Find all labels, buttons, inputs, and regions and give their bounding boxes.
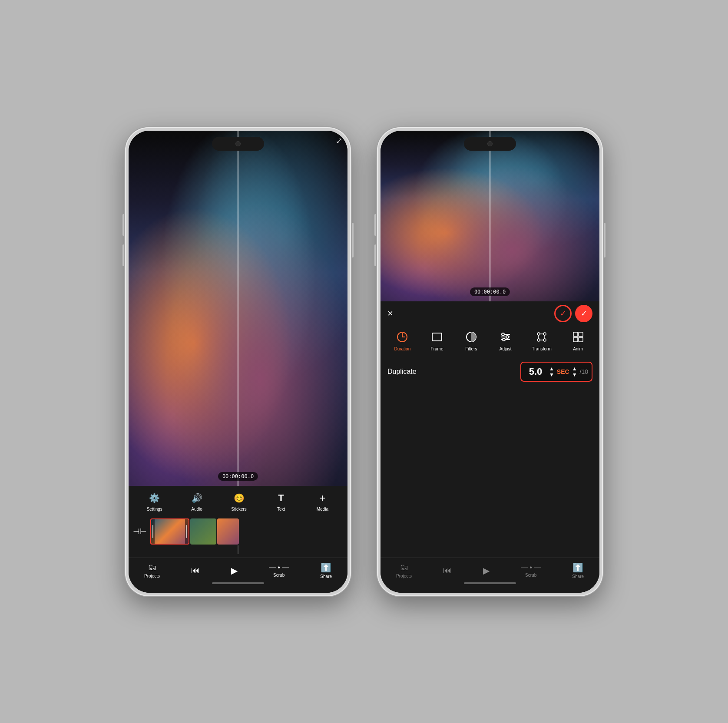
settings-icon: ⚙️: [148, 491, 162, 505]
check-outline-button[interactable]: ✓: [554, 305, 572, 322]
transform-icon: [534, 329, 549, 345]
expand-icon[interactable]: ⤢: [336, 136, 342, 145]
svg-point-13: [537, 339, 540, 341]
notch: [212, 137, 264, 151]
projects-icon: 🗂: [148, 562, 156, 572]
volume-up-button[interactable]: [122, 214, 124, 236]
toolbar-audio[interactable]: 🔊 Audio: [190, 491, 204, 512]
clip-2[interactable]: [190, 518, 216, 545]
stickers-icon: 😊: [232, 491, 246, 505]
svg-rect-19: [573, 332, 578, 337]
option-duration[interactable]: Duration: [394, 329, 410, 351]
option-transform[interactable]: Transform: [532, 329, 552, 351]
check-buttons: ✓ ✓: [554, 305, 592, 322]
camera-dot-2: [487, 141, 493, 146]
text-icon: T: [274, 491, 288, 505]
toolbar: ⚙️ Settings 🔊 Audio 😊 Stickers T Text: [129, 486, 347, 515]
check-outline-icon: ✓: [560, 309, 566, 318]
svg-point-14: [543, 339, 546, 341]
share-icon: ⬆️: [321, 562, 331, 573]
option-filters[interactable]: Filters: [463, 329, 479, 351]
media-add-icon: +: [315, 491, 329, 505]
rewind-icon-2: ⏮: [443, 565, 452, 575]
volume-up-button-2[interactable]: [374, 214, 376, 236]
playhead-bar: [238, 131, 239, 486]
tenth-up-arrow[interactable]: ▲: [572, 366, 577, 371]
duration-secondary-unit: /10: [580, 368, 588, 375]
toolbar-media[interactable]: + Media: [315, 491, 329, 512]
duplicate-label: Duplicate: [387, 368, 513, 376]
volume-down-button[interactable]: [122, 244, 124, 266]
svg-rect-21: [573, 337, 578, 342]
nav-projects[interactable]: 🗂 Projects: [144, 562, 160, 578]
nav-play-2[interactable]: ▶: [483, 565, 490, 576]
clip-handle-left[interactable]: [151, 519, 155, 544]
home-indicator: [212, 582, 264, 584]
playhead-bar-2: [490, 131, 491, 301]
duration-sec-unit: SEC: [557, 368, 569, 375]
scrub-icon: — • —: [269, 564, 289, 571]
scrub-icon-2: — • —: [521, 564, 541, 571]
nav-play[interactable]: ▶: [231, 565, 238, 576]
clips-row: [150, 518, 343, 545]
nav-scrub-2[interactable]: — • — Scrub: [521, 564, 541, 578]
timeline-section: ⊣⊢: [129, 515, 347, 558]
svg-point-11: [537, 333, 540, 335]
clip-handle-right[interactable]: [185, 519, 189, 544]
check-filled-button[interactable]: ✓: [575, 305, 592, 322]
panel-header: × ✓ ✓: [381, 301, 599, 326]
power-button-2[interactable]: [604, 223, 606, 258]
adjust-icon: [498, 329, 513, 345]
video-preview: ⤢ 00:00:00.0: [129, 131, 347, 486]
needle-line: [238, 545, 238, 554]
sec-down-arrow[interactable]: ▼: [549, 372, 554, 377]
option-adjust[interactable]: Adjust: [498, 329, 513, 351]
nav-share[interactable]: ⬆️ Share: [320, 562, 332, 579]
home-indicator-2: [464, 582, 516, 584]
svg-rect-20: [579, 332, 583, 337]
nav-share-2[interactable]: ⬆️ Share: [572, 562, 584, 579]
options-row: Duration Frame: [381, 326, 599, 357]
projects-icon-2: 🗂: [400, 562, 408, 572]
close-button[interactable]: ×: [387, 308, 393, 319]
toolbar-settings[interactable]: ⚙️ Settings: [147, 491, 162, 512]
volume-down-button-2[interactable]: [374, 244, 376, 266]
filters-icon: [463, 329, 479, 345]
duration-value[interactable]: 5.0: [525, 366, 546, 377]
camera-dot: [235, 141, 241, 146]
tenth-arrows: ▲ ▼: [572, 366, 577, 377]
scene: ⤢ 00:00:00.0 ⚙️ Settings 🔊 Audio 😊: [0, 0, 728, 723]
nav-projects-2[interactable]: 🗂 Projects: [396, 562, 412, 578]
clip-1[interactable]: [150, 518, 189, 545]
nav-scrub[interactable]: — • — Scrub: [269, 564, 289, 578]
svg-point-12: [543, 333, 546, 335]
anim-icon: [570, 329, 586, 345]
check-filled-icon: ✓: [581, 309, 587, 318]
tenth-down-arrow[interactable]: ▼: [572, 372, 577, 377]
bottom-nav-2: 🗂 Projects ⏮ ▶ — • — Scrub ⬆️: [381, 558, 599, 593]
nav-rewind[interactable]: ⏮: [191, 565, 200, 575]
share-icon-2: ⬆️: [572, 562, 583, 573]
svg-point-8: [502, 333, 504, 336]
option-anim[interactable]: Anim: [570, 329, 586, 351]
timecode: 00:00:00.0: [218, 472, 258, 481]
frame-icon: [429, 329, 445, 345]
audio-icon: 🔊: [190, 491, 204, 505]
duration-control: Duplicate 5.0 ▲ ▼ SEC ▲ ▼ /10: [381, 357, 599, 387]
toolbar-text[interactable]: T Text: [274, 491, 288, 512]
timecode-2: 00:00:00.0: [470, 287, 510, 296]
duration-icon: [394, 329, 410, 345]
rewind-icon: ⏮: [191, 565, 200, 575]
option-frame[interactable]: Frame: [429, 329, 445, 351]
timeline-collapse-icon[interactable]: ⊣⊢: [133, 527, 147, 536]
svg-rect-22: [579, 337, 583, 342]
play-icon-2: ▶: [483, 565, 490, 576]
svg-rect-3: [432, 333, 442, 341]
nav-rewind-2[interactable]: ⏮: [443, 565, 452, 575]
clip-3[interactable]: [217, 518, 239, 545]
svg-point-9: [506, 336, 509, 338]
play-icon: ▶: [231, 565, 238, 576]
toolbar-stickers[interactable]: 😊 Stickers: [231, 491, 247, 512]
sec-up-arrow[interactable]: ▲: [549, 366, 554, 371]
power-button[interactable]: [352, 223, 354, 258]
